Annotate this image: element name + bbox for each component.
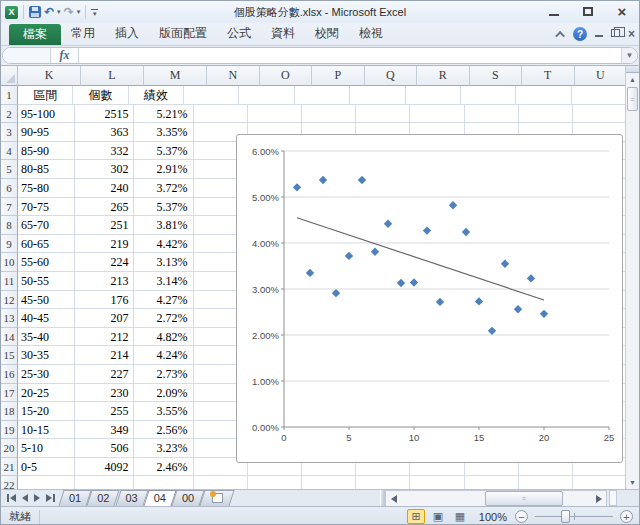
- workbook-restore-button[interactable]: [611, 29, 620, 39]
- sheet-tab-03[interactable]: 03: [118, 490, 146, 506]
- cell-M5[interactable]: 2.91%: [134, 160, 193, 179]
- formula-input[interactable]: [79, 48, 621, 63]
- workbook-minimize-button[interactable]: [595, 29, 603, 39]
- cell-U2[interactable]: [573, 105, 627, 124]
- cell-L1[interactable]: 個數: [73, 86, 128, 105]
- previous-sheet-button[interactable]: [22, 494, 28, 502]
- file-tab[interactable]: 檔案: [9, 24, 61, 45]
- cell-L7[interactable]: 265: [75, 198, 134, 217]
- cell-M12[interactable]: 4.27%: [134, 291, 193, 310]
- scatter-point[interactable]: [397, 279, 405, 287]
- cell-L14[interactable]: 212: [75, 328, 134, 347]
- row-header-12[interactable]: 12: [1, 291, 18, 310]
- save-button[interactable]: [29, 6, 41, 18]
- scatter-point[interactable]: [514, 305, 522, 313]
- cell-M10[interactable]: 3.13%: [134, 253, 193, 272]
- cell-L11[interactable]: 213: [75, 272, 134, 291]
- cell-L4[interactable]: 332: [75, 142, 134, 161]
- cell-N1[interactable]: [184, 86, 239, 105]
- row-header-14[interactable]: 14: [1, 328, 18, 347]
- cell-K22[interactable]: [18, 476, 75, 489]
- cell-L21[interactable]: 4092: [75, 458, 134, 477]
- cell-K16[interactable]: 25-30: [18, 365, 75, 384]
- select-all-corner[interactable]: [1, 66, 18, 86]
- row-header-13[interactable]: 13: [1, 309, 18, 328]
- cell-N2[interactable]: [194, 105, 248, 124]
- ribbon-tab-1[interactable]: 常用: [61, 22, 105, 45]
- zoom-slider[interactable]: [535, 510, 613, 523]
- maximize-button[interactable]: [579, 6, 597, 18]
- zoom-in-button[interactable]: +: [620, 510, 633, 523]
- scatter-point[interactable]: [475, 297, 483, 305]
- scatter-point[interactable]: [306, 269, 314, 277]
- cell-L15[interactable]: 214: [75, 346, 134, 365]
- cell-L13[interactable]: 207: [75, 309, 134, 328]
- cell-T2[interactable]: [519, 105, 573, 124]
- insert-worksheet-button[interactable]: [202, 490, 232, 506]
- redo-button[interactable]: ↷: [64, 6, 74, 18]
- cell-O1[interactable]: [239, 86, 294, 105]
- scatter-point[interactable]: [410, 278, 418, 286]
- cell-K11[interactable]: 50-55: [18, 272, 75, 291]
- page-break-view-button[interactable]: ▦: [451, 509, 469, 524]
- scatter-point[interactable]: [501, 260, 509, 268]
- cell-P2[interactable]: [302, 105, 356, 124]
- cell-M6[interactable]: 3.72%: [134, 179, 193, 198]
- cell-K19[interactable]: 10-15: [18, 421, 75, 440]
- zoom-slider-thumb[interactable]: [561, 510, 570, 523]
- cell-P1[interactable]: [295, 86, 350, 105]
- sheet-tab-00[interactable]: 00: [174, 490, 202, 506]
- vertical-scrollbar[interactable]: ▲ = ▼: [625, 66, 639, 489]
- scatter-point[interactable]: [384, 219, 392, 227]
- cell-M2[interactable]: 5.21%: [134, 105, 193, 124]
- cell-K17[interactable]: 20-25: [18, 384, 75, 403]
- scroll-down-button[interactable]: ▼: [626, 476, 639, 489]
- cell-U1[interactable]: [572, 86, 627, 105]
- row-header-10[interactable]: 10: [1, 253, 18, 272]
- cell-L10[interactable]: 224: [75, 253, 134, 272]
- cell-M19[interactable]: 2.56%: [134, 421, 193, 440]
- cell-M8[interactable]: 3.81%: [134, 216, 193, 235]
- zoom-level-label[interactable]: 100%: [473, 511, 507, 523]
- scroll-up-button[interactable]: ▲: [626, 73, 639, 86]
- row-header-15[interactable]: 15: [1, 346, 18, 365]
- trendline[interactable]: [297, 218, 544, 300]
- row-header-18[interactable]: 18: [1, 402, 18, 421]
- cell-M14[interactable]: 4.82%: [134, 328, 193, 347]
- horizontal-scrollbar-track[interactable]: =: [401, 491, 591, 506]
- row-header-7[interactable]: 7: [1, 198, 18, 217]
- cell-R2[interactable]: [410, 105, 464, 124]
- column-header-R[interactable]: R: [417, 66, 470, 86]
- column-header-T[interactable]: T: [522, 66, 575, 86]
- cell-K18[interactable]: 15-20: [18, 402, 75, 421]
- ribbon-tab-5[interactable]: 資料: [261, 22, 305, 45]
- horizontal-scrollbar-thumb[interactable]: =: [485, 491, 563, 506]
- column-header-O[interactable]: O: [260, 66, 313, 86]
- cell-M16[interactable]: 2.73%: [134, 365, 193, 384]
- ribbon-tab-7[interactable]: 檢視: [349, 22, 393, 45]
- row-header-20[interactable]: 20: [1, 439, 18, 458]
- column-header-N[interactable]: N: [207, 66, 260, 86]
- cell-Q22[interactable]: [356, 476, 410, 489]
- scatter-point[interactable]: [527, 274, 535, 282]
- cell-K6[interactable]: 75-80: [18, 179, 75, 198]
- ribbon-tab-3[interactable]: 版面配置: [149, 22, 217, 45]
- redo-dropdown-icon[interactable]: ▾: [77, 8, 81, 16]
- sheet-tab-02[interactable]: 02: [89, 490, 117, 506]
- row-header-16[interactable]: 16: [1, 365, 18, 384]
- split-handle[interactable]: [626, 66, 639, 73]
- cell-M7[interactable]: 5.37%: [134, 198, 193, 217]
- row-header-19[interactable]: 19: [1, 421, 18, 440]
- insert-function-button[interactable]: fx: [51, 48, 79, 63]
- row-header-5[interactable]: 5: [1, 160, 18, 179]
- column-header-K[interactable]: K: [18, 66, 81, 86]
- scroll-left-button[interactable]: [386, 491, 401, 506]
- expand-ribbon-icon[interactable]: [555, 30, 565, 40]
- row-header-17[interactable]: 17: [1, 384, 18, 403]
- cell-K4[interactable]: 85-90: [18, 142, 75, 161]
- column-header-P[interactable]: P: [312, 66, 365, 86]
- cell-L3[interactable]: 363: [75, 123, 134, 142]
- row-header-1[interactable]: 1: [1, 86, 18, 105]
- cell-T22[interactable]: [519, 476, 573, 489]
- cell-K1[interactable]: 區間: [18, 86, 73, 105]
